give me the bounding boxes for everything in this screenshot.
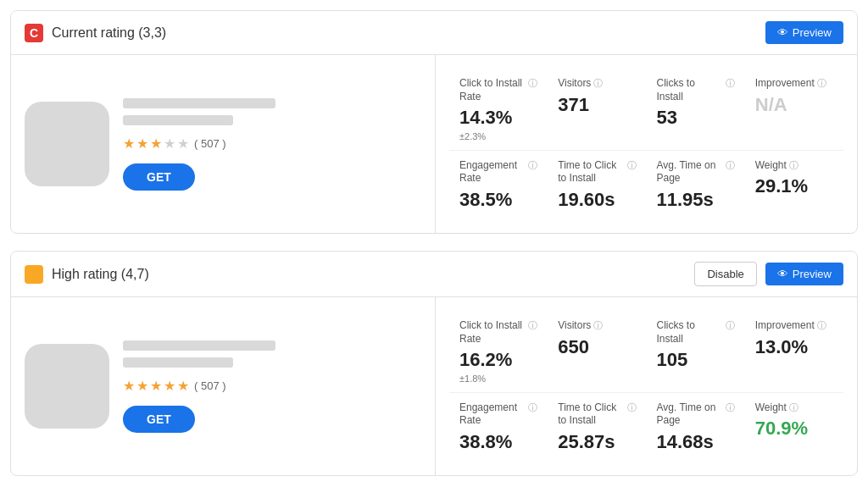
star-filled: ★: [136, 378, 148, 394]
metric-value: N/A: [755, 94, 833, 116]
info-icon[interactable]: ⓘ: [726, 159, 735, 171]
metric-label: Improvement ⓘ: [755, 77, 833, 91]
metrics-grid: Click to Install Rate ⓘ 14.3% ±2.3% Visi…: [435, 55, 857, 233]
star-filled: ★: [150, 136, 162, 152]
info-icon[interactable]: ⓘ: [817, 319, 826, 331]
app-name-bar-short: [123, 115, 233, 125]
metric-value: 19.60s: [558, 189, 636, 211]
metric-label: Engagement Rate ⓘ: [459, 159, 537, 185]
star-filled: ★: [123, 378, 135, 394]
metric-value: 53: [657, 107, 735, 129]
metric-label: Click to Install Rate ⓘ: [459, 319, 537, 346]
star-filled: ★: [177, 378, 189, 394]
info-icon[interactable]: ⓘ: [593, 77, 603, 89]
metric-label: Clicks to Install ⓘ: [657, 319, 735, 346]
metric-cell: Engagement Rate ⓘ 38.5%: [449, 151, 548, 220]
app-preview: ★★★★★ ( 507 ) GET: [11, 55, 435, 233]
metric-cell: Weight ⓘ 70.9%: [745, 393, 843, 462]
get-button[interactable]: GET: [123, 406, 195, 433]
metric-cell: Clicks to Install ⓘ 53: [647, 69, 745, 150]
metric-cell: Engagement Rate ⓘ 38.8%: [449, 393, 548, 462]
metric-label: Weight ⓘ: [755, 159, 833, 173]
card-body: ★★★★★ ( 507 ) GET Click to Install Rate …: [11, 297, 857, 475]
stars-container: ★★★★★ ( 507 ): [123, 136, 421, 152]
metric-cell: Click to Install Rate ⓘ 14.3% ±2.3%: [449, 69, 548, 150]
get-button[interactable]: GET: [123, 163, 195, 191]
color-badge: C: [25, 24, 43, 42]
info-icon[interactable]: ⓘ: [627, 159, 637, 171]
metric-label: Avg. Time on Page ⓘ: [657, 159, 735, 185]
info-icon[interactable]: ⓘ: [528, 401, 537, 413]
app-name-bar-long: [123, 98, 275, 108]
metric-value: 38.5%: [459, 189, 537, 211]
card-body: ★★★★★ ( 507 ) GET Click to Install Rate …: [11, 55, 857, 233]
metric-cell: Avg. Time on Page ⓘ 11.95s: [647, 151, 745, 220]
eye-icon: 👁: [777, 268, 788, 280]
preview-button[interactable]: 👁 Preview: [765, 263, 843, 285]
color-badge: [25, 265, 43, 284]
card-title: High rating (4,7): [52, 267, 686, 282]
metric-label: Avg. Time on Page ⓘ: [657, 401, 735, 428]
metric-cell: Time to Click to Install ⓘ 25.87s: [548, 393, 646, 462]
info-icon[interactable]: ⓘ: [726, 319, 735, 331]
metric-cell: Time to Click to Install ⓘ 19.60s: [548, 151, 646, 220]
info-icon[interactable]: ⓘ: [726, 401, 735, 413]
info-icon[interactable]: ⓘ: [789, 401, 798, 413]
metric-label: Weight ⓘ: [755, 401, 833, 415]
metric-cell: Click to Install Rate ⓘ 16.2% ±1.8%: [449, 311, 548, 392]
star-filled: ★: [164, 378, 175, 394]
metric-cell: Improvement ⓘ N/A: [745, 69, 843, 150]
metric-value: 38.8%: [459, 431, 537, 453]
card-high: High rating (4,7) Disable 👁 Preview ★★★★…: [10, 251, 858, 476]
info-icon[interactable]: ⓘ: [528, 159, 537, 171]
info-icon[interactable]: ⓘ: [789, 159, 798, 171]
card-current: C Current rating (3,3) 👁 Preview ★★★★★ (…: [10, 10, 858, 234]
metrics-grid: Click to Install Rate ⓘ 16.2% ±1.8% Visi…: [435, 297, 857, 475]
metric-label: Improvement ⓘ: [755, 319, 833, 333]
metric-cell: Weight ⓘ 29.1%: [745, 151, 843, 220]
info-icon[interactable]: ⓘ: [726, 77, 735, 89]
info-icon[interactable]: ⓘ: [528, 319, 537, 331]
metric-cell: Visitors ⓘ 650: [548, 311, 646, 392]
metric-label: Clicks to Install ⓘ: [657, 77, 735, 103]
metric-value: 16.2%: [459, 349, 537, 371]
metric-value: 29.1%: [755, 175, 833, 197]
metric-label: Time to Click to Install ⓘ: [558, 159, 636, 185]
info-icon[interactable]: ⓘ: [593, 319, 603, 331]
card-header: C Current rating (3,3) 👁 Preview: [11, 11, 857, 55]
metric-value: 650: [558, 336, 636, 358]
metric-sub: ±1.8%: [459, 374, 537, 384]
app-info: ★★★★★ ( 507 ) GET: [123, 98, 421, 191]
metric-label: Visitors ⓘ: [558, 77, 636, 91]
stars-container: ★★★★★ ( 507 ): [123, 378, 421, 394]
metric-value: 70.9%: [755, 418, 833, 440]
card-title: Current rating (3,3): [52, 25, 757, 41]
info-icon[interactable]: ⓘ: [528, 77, 537, 89]
metric-value: 371: [558, 94, 636, 116]
metric-label: Time to Click to Install ⓘ: [558, 401, 636, 428]
metric-value: 11.95s: [657, 189, 735, 211]
metric-value: 105: [657, 349, 735, 371]
star-filled: ★: [150, 378, 162, 394]
review-count: ( 507 ): [194, 379, 226, 392]
card-header: High rating (4,7) Disable 👁 Preview: [11, 252, 857, 297]
star-empty: ★: [177, 136, 189, 152]
metric-label: Engagement Rate ⓘ: [459, 401, 537, 428]
app-name-bar-long: [123, 340, 275, 351]
metric-cell: Avg. Time on Page ⓘ 14.68s: [647, 393, 745, 462]
metric-value: 14.68s: [657, 431, 735, 453]
star-empty: ★: [164, 136, 175, 152]
star-filled: ★: [123, 136, 135, 152]
info-icon[interactable]: ⓘ: [817, 77, 826, 89]
app-icon: [25, 344, 109, 429]
metric-label: Visitors ⓘ: [558, 319, 636, 333]
app-info: ★★★★★ ( 507 ) GET: [123, 340, 421, 433]
metric-cell: Improvement ⓘ 13.0%: [745, 311, 843, 392]
app-preview: ★★★★★ ( 507 ) GET: [11, 297, 435, 475]
app-icon: [25, 102, 109, 186]
metric-cell: Clicks to Install ⓘ 105: [647, 311, 745, 392]
metric-sub: ±2.3%: [459, 131, 537, 141]
preview-button[interactable]: 👁 Preview: [765, 21, 843, 44]
disable-button[interactable]: Disable: [694, 262, 756, 286]
info-icon[interactable]: ⓘ: [627, 401, 637, 413]
